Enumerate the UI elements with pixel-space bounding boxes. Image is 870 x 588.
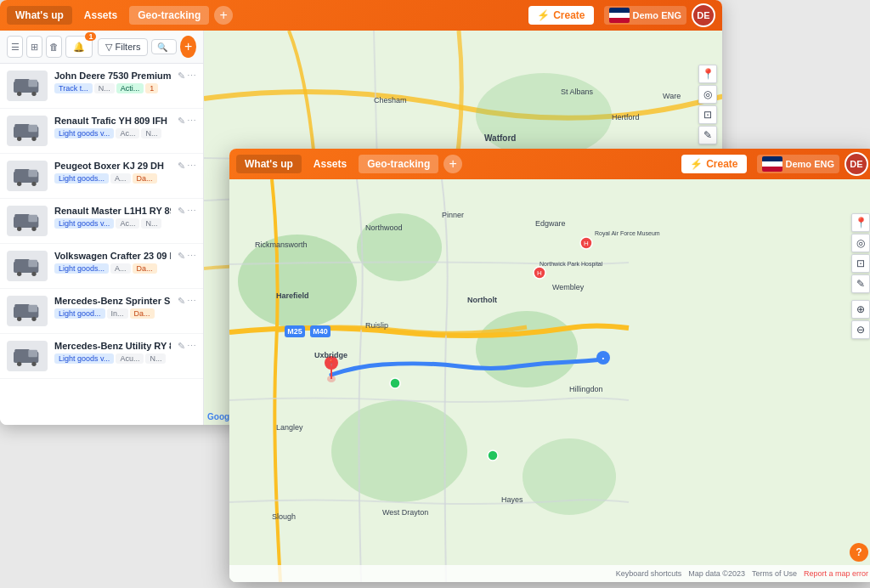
grid-view-button[interactable]: ⊞ — [26, 36, 42, 58]
vehicle-list-item-4[interactable]: Volkswagen Crafter 23 09 LKLight goods..… — [0, 244, 203, 289]
filter-button[interactable]: ▽ Filters — [98, 38, 148, 56]
tag-0: Light good... — [54, 308, 105, 319]
vehicle-name-label: Volkswagen Crafter 23 09 LK — [54, 251, 171, 261]
map-pencil-control[interactable]: ✎ — [698, 126, 717, 144]
vehicle-list-item-0[interactable]: John Deere 7530 Premium O...📷Track t...N… — [0, 64, 203, 109]
more-vehicle-icon[interactable]: ⋯ — [187, 206, 196, 217]
more-vehicle-icon[interactable]: ⋯ — [187, 116, 196, 127]
terms-link[interactable]: Terms of Use — [752, 569, 797, 578]
van-icon — [12, 301, 42, 321]
notification-badge: 1 — [85, 32, 96, 41]
add-tab-button[interactable]: + — [214, 6, 233, 25]
vehicle-tags: Light goods...A...Da... — [54, 263, 171, 274]
svg-text:Ruislip: Ruislip — [365, 321, 388, 330]
window-foreground: What's up Assets Geo-tracking + ⚡ Create… — [229, 149, 870, 582]
vehicle-list-item-5[interactable]: Mercedes-Benz Sprinter SD ...Light good.… — [0, 289, 203, 334]
vehicle-tags: Light goods...A...Da... — [54, 173, 171, 184]
svg-rect-21 — [14, 259, 29, 267]
add-vehicle-button[interactable]: + — [180, 36, 196, 58]
tab-whatsup[interactable]: What's up — [7, 6, 72, 25]
keyboard-shortcuts-link[interactable]: Keyboard shortcuts — [616, 569, 682, 578]
svg-rect-6 — [14, 124, 29, 132]
map-foreground[interactable]: 📍 • Harefield Rickmansworth Northwood Pi… — [229, 179, 870, 582]
edit-vehicle-icon[interactable]: ✎ — [178, 251, 185, 262]
edit-vehicle-icon[interactable]: ✎ — [178, 296, 185, 307]
more-vehicle-icon[interactable]: ⋯ — [187, 71, 196, 82]
van-icon — [12, 211, 42, 231]
vehicle-info: Volkswagen Crafter 23 09 LKLight goods..… — [54, 251, 171, 274]
svg-point-64 — [523, 438, 616, 515]
help-button[interactable]: ? — [850, 543, 868, 562]
more-vehicle-icon[interactable]: ⋯ — [187, 251, 196, 262]
user-name-badge-2[interactable]: Demo ENG — [757, 155, 839, 173]
svg-text:St Albans: St Albans — [561, 88, 594, 96]
vehicle-list-item-2[interactable]: Peugeot Boxer KJ 29 DHLight goods...A...… — [0, 154, 203, 199]
tab-whatsup-2[interactable]: What's up — [236, 155, 302, 173]
vehicle-list-item-1[interactable]: Renault Trafic YH 809 IFHLight goods v..… — [0, 109, 203, 154]
vehicle-item-actions: ✎ ⋯ — [178, 341, 196, 352]
more-vehicle-icon[interactable]: ⋯ — [187, 341, 196, 352]
vehicle-thumbnail — [7, 116, 48, 146]
vehicle-list-item-3[interactable]: Renault Master L1H1 RY 89 IJLight goods … — [0, 199, 203, 244]
more-vehicle-icon[interactable]: ⋯ — [187, 161, 196, 172]
edit-vehicle-icon[interactable]: ✎ — [178, 161, 185, 172]
edit-vehicle-icon[interactable]: ✎ — [178, 116, 185, 127]
tag-0: Light goods... — [54, 263, 109, 274]
tab-assets[interactable]: Assets — [76, 6, 126, 25]
tab-assets-2[interactable]: Assets — [305, 155, 355, 173]
van-icon — [12, 76, 42, 96]
svg-rect-1 — [14, 79, 29, 87]
vehicle-tags: Light goods v...Acu...N... — [54, 353, 171, 364]
svg-point-27 — [17, 317, 21, 321]
tab-geotracking-2[interactable]: Geo-tracking — [359, 155, 438, 173]
create-button[interactable]: ⚡ Create — [528, 6, 593, 25]
svg-point-2 — [17, 92, 21, 96]
svg-text:Hayes: Hayes — [501, 495, 523, 504]
user-avatar[interactable]: DE — [692, 3, 715, 27]
map-zoom-in-2[interactable]: ⊕ — [851, 300, 870, 319]
map-circle-control-2[interactable]: ◎ — [851, 234, 870, 252]
svg-text:Slough: Slough — [272, 512, 296, 521]
list-view-button[interactable]: ☰ — [7, 36, 23, 58]
svg-text:Northolt: Northolt — [467, 296, 497, 304]
vehicle-info: Peugeot Boxer KJ 29 DHLight goods...A...… — [54, 161, 171, 184]
map-zoom-out-2[interactable]: ⊖ — [851, 320, 870, 339]
vehicle-name-label: Renault Trafic YH 809 IFH — [54, 116, 171, 126]
add-tab-button-2[interactable]: + — [443, 155, 462, 173]
edit-vehicle-icon[interactable]: ✎ — [178, 71, 185, 82]
map-pencil-control-2[interactable]: ✎ — [851, 274, 870, 293]
lightning-icon-2: ⚡ — [690, 158, 703, 170]
map-svg-2: 📍 • Harefield Rickmansworth Northwood Pi… — [229, 179, 870, 582]
svg-text:West Drayton: West Drayton — [382, 508, 428, 517]
vehicle-list-item-6[interactable]: Mercedes-Benz Utility RY 89 IJLight good… — [0, 334, 203, 379]
map-circle-control[interactable]: ◎ — [698, 85, 717, 104]
edit-vehicle-icon[interactable]: ✎ — [178, 206, 185, 217]
vehicle-item-actions: ✎ ⋯ — [178, 71, 196, 82]
svg-text:Ware: Ware — [663, 92, 681, 100]
tab-geotracking[interactable]: Geo-tracking — [129, 6, 209, 25]
create-button-2[interactable]: ⚡ Create — [681, 155, 746, 173]
map-pin-control-2[interactable]: 📍 — [851, 213, 870, 232]
more-vehicle-icon[interactable]: ⋯ — [187, 296, 196, 307]
tag-1: A... — [110, 173, 131, 184]
edit-vehicle-icon[interactable]: ✎ — [178, 341, 185, 352]
user-avatar-2[interactable]: DE — [845, 152, 868, 176]
map-pin-control[interactable]: 📍 — [698, 65, 717, 83]
user-name-badge[interactable]: Demo ENG — [604, 6, 686, 25]
vehicle-thumbnail — [7, 251, 48, 281]
tag-2: N... — [141, 128, 161, 139]
svg-text:Northwick Park Hospital: Northwick Park Hospital — [540, 261, 603, 268]
map-select-control[interactable]: ⊡ — [698, 105, 717, 124]
tag-0: Light goods... — [54, 173, 109, 184]
map-select-control-2[interactable]: ⊡ — [851, 254, 870, 273]
vehicle-thumbnail — [7, 206, 48, 236]
tag-2: N... — [141, 218, 161, 229]
svg-rect-16 — [14, 214, 29, 222]
report-link[interactable]: Report a map error — [804, 569, 868, 578]
svg-text:Royal Air Force Museum: Royal Air Force Museum — [595, 230, 660, 237]
vehicle-thumbnail — [7, 296, 48, 326]
svg-text:Langley: Langley — [276, 423, 303, 432]
vehicle-tags: Light good...In...Da... — [54, 308, 171, 319]
delete-button[interactable]: 🗑 — [46, 36, 62, 58]
map-footer: Keyboard shortcuts Map data ©2023 Terms … — [229, 565, 870, 582]
